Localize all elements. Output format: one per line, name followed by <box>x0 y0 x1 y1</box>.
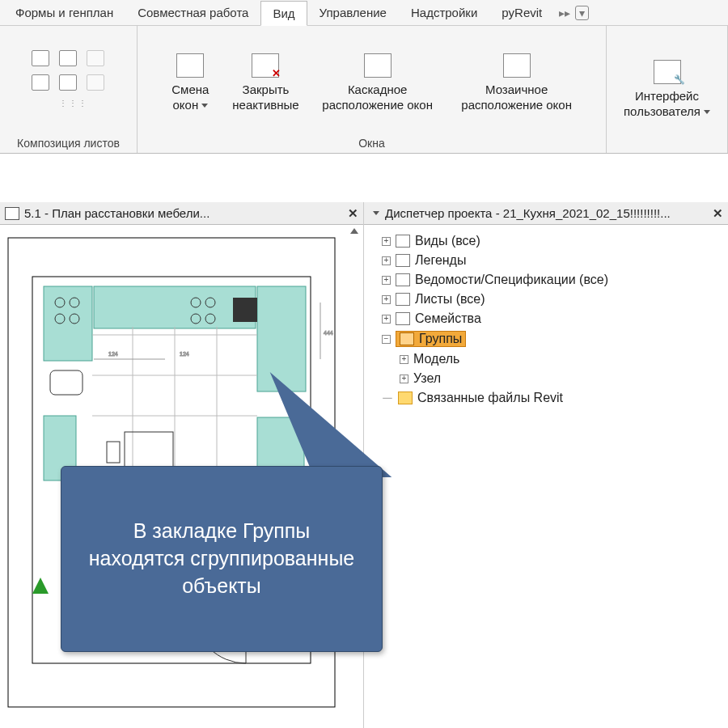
legends-icon <box>396 254 410 267</box>
project-browser-panel: Диспетчер проекта - 21_Кухня_2021_02_15!… <box>364 202 728 728</box>
sheet-comp-icon-3 <box>87 50 104 66</box>
tree-label: Связанные файлы Revit <box>417 391 563 405</box>
tree-label: Семейства <box>415 311 481 326</box>
callout-text: В закладке Группы находятся сгруппирован… <box>86 518 358 599</box>
ribbon-overflow[interactable]: ▸▸ ▾ <box>559 6 589 20</box>
group-label-windows: Окна <box>358 137 385 150</box>
ribbon-group-windows: Смена окон ✕ Закрыть неактивные Каскадно… <box>138 26 607 153</box>
view-tab-title[interactable]: 5.1 - План расстановки мебели... <box>24 206 343 220</box>
collapse-icon[interactable]: − <box>382 335 391 344</box>
tree-connector <box>382 391 393 405</box>
tree-item-links[interactable]: Связанные файлы Revit <box>367 388 725 408</box>
tree-item-groups[interactable]: − Группы <box>367 328 725 349</box>
tree-label: Ведомости/Спецификации (все) <box>415 273 608 287</box>
svg-rect-3 <box>94 286 256 328</box>
browser-tab-bar: Диспетчер проекта - 21_Кухня_2021_02_15!… <box>364 202 728 225</box>
svg-text:444: 444 <box>324 330 333 336</box>
svg-rect-2 <box>44 286 92 361</box>
tile-icon <box>503 53 531 78</box>
expand-icon[interactable]: + <box>400 375 408 383</box>
sheets-icon <box>396 293 410 306</box>
tree-label: Модель <box>413 352 459 366</box>
svg-marker-26 <box>32 578 49 594</box>
ui-icon: 🔧 <box>654 60 681 84</box>
close-inactive-button[interactable]: ✕ Закрыть неактивные <box>232 53 298 113</box>
chevron-down-icon <box>704 110 710 114</box>
ribbon-group-composition: ⋮⋮⋮ Композиция листов <box>0 26 138 153</box>
tree-item-families[interactable]: + Семейства <box>367 309 725 328</box>
tab-collab[interactable]: Совместная работа <box>125 0 260 25</box>
ribbon-tabs: Формы и генплан Совместная работа Вид Уп… <box>0 0 728 26</box>
expand-icon[interactable]: + <box>382 276 391 285</box>
tab-manage[interactable]: Управление <box>307 0 399 25</box>
tree-item-sheets[interactable]: + Листы (все) <box>367 290 725 309</box>
ribbon: ⋮⋮⋮ Композиция листов Смена окон ✕ Закры… <box>0 26 728 154</box>
scroll-up-icon[interactable] <box>350 228 358 234</box>
close-inactive-icon: ✕ <box>252 53 279 78</box>
svg-rect-24 <box>107 442 120 463</box>
families-icon <box>396 312 410 325</box>
switch-windows-button[interactable]: Смена окон <box>166 53 214 113</box>
tree-label: Группы <box>419 332 462 346</box>
view-tab-bar: 5.1 - План расстановки мебели... ✕ <box>0 202 363 225</box>
views-icon <box>396 235 410 248</box>
svg-rect-22 <box>233 298 257 322</box>
tab-forms[interactable]: Формы и генплан <box>3 0 125 25</box>
expand-icon[interactable]: + <box>382 315 391 324</box>
annotation-callout: В закладке Группы находятся сгруппирован… <box>61 466 383 652</box>
cascade-windows-button[interactable]: Каскадное расположение окон <box>317 53 438 113</box>
expand-icon[interactable]: + <box>400 355 408 364</box>
schedules-icon <box>396 273 410 286</box>
sheet-comp-icon-6 <box>87 74 104 91</box>
groups-icon <box>400 332 414 345</box>
expand-icon[interactable]: + <box>382 237 391 246</box>
tree-item-model[interactable]: + Модель <box>367 349 725 369</box>
close-browser-icon[interactable]: ✕ <box>713 206 723 221</box>
tile-windows-button[interactable]: Мозаичное расположение окон <box>456 53 578 113</box>
expand-icon[interactable]: + <box>382 256 391 265</box>
tree-item-views[interactable]: + Виды (все) <box>367 231 725 251</box>
project-tree: + Виды (все) + Легенды + Ведомости/Специ… <box>364 225 728 414</box>
tab-view[interactable]: Вид <box>260 1 307 26</box>
sheet-comp-icon-4[interactable] <box>32 74 49 91</box>
document-icon <box>5 207 19 220</box>
switch-windows-icon <box>176 53 204 78</box>
chevron-down-icon <box>201 104 208 108</box>
ribbon-group-ui: 🔧 Интерфейс пользователя <box>607 26 728 153</box>
panel-menu-icon[interactable] <box>369 208 380 219</box>
svg-text:124: 124 <box>108 351 118 357</box>
sheet-comp-icon-2[interactable] <box>59 50 77 66</box>
group-label-composition: Композиция листов <box>17 137 120 150</box>
chevron-right-icon: ▸▸ <box>559 6 570 19</box>
close-view-icon[interactable]: ✕ <box>348 206 358 221</box>
browser-title: Диспетчер проекта - 21_Кухня_2021_02_15!… <box>385 206 708 220</box>
dropdown-box-icon: ▾ <box>575 6 589 20</box>
tree-item-detail[interactable]: + Узел <box>367 369 725 388</box>
link-icon <box>398 392 413 404</box>
tree-label: Листы (все) <box>415 292 485 307</box>
tree-item-legends[interactable]: + Легенды <box>367 251 725 270</box>
tree-label: Легенды <box>415 253 466 268</box>
sheet-comp-icon-5[interactable] <box>59 74 77 91</box>
tree-label: Виды (все) <box>415 234 480 248</box>
svg-text:124: 124 <box>180 351 189 357</box>
tab-pyrevit[interactable]: pyRevit <box>489 0 554 25</box>
tab-addins[interactable]: Надстройки <box>399 0 489 25</box>
grid-icon[interactable]: ⋮⋮⋮ <box>59 99 78 116</box>
user-interface-button[interactable]: 🔧 Интерфейс пользователя <box>624 60 710 120</box>
tree-label: Узел <box>413 371 441 386</box>
sheet-comp-icon-1[interactable] <box>32 50 49 66</box>
tree-item-schedules[interactable]: + Ведомости/Спецификации (все) <box>367 270 725 290</box>
expand-icon[interactable]: + <box>382 295 391 304</box>
cascade-icon <box>364 53 392 78</box>
svg-rect-21 <box>50 370 83 395</box>
